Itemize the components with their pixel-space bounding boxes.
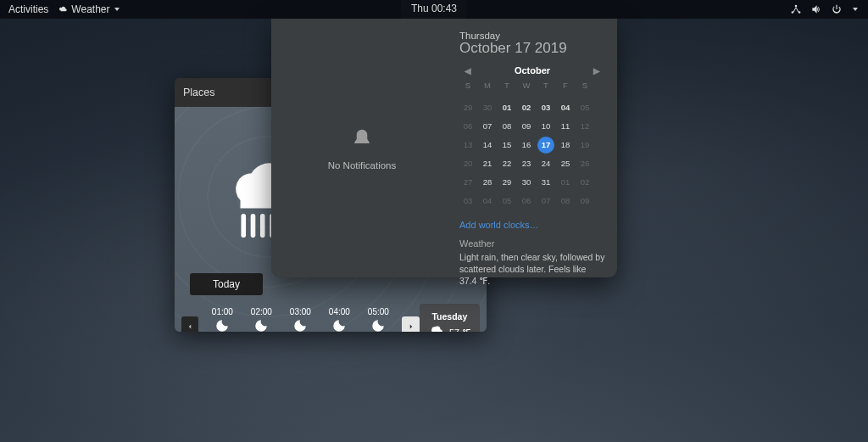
hour-time: 01:00 xyxy=(212,307,233,316)
power-icon[interactable] xyxy=(831,3,843,15)
forecast-temp: 57 ℉ xyxy=(449,327,470,332)
calendar-day[interactable]: 22 xyxy=(498,155,515,172)
hourly-forecast-row: 01:0044 ℉02:0044 ℉03:0043 ℉04:0042 ℉05:0… xyxy=(181,304,480,332)
calendar-panel: Thursday October 17 2019 ◀ October ▶ SMT… xyxy=(453,19,617,277)
calendar-day[interactable]: 07 xyxy=(479,118,496,135)
no-notifications-label: No Notifications xyxy=(328,160,397,171)
calendar-day[interactable]: 26 xyxy=(576,155,593,172)
moon-icon xyxy=(214,318,230,333)
calendar-day[interactable]: 08 xyxy=(557,193,574,210)
calendar-day[interactable]: 30 xyxy=(479,99,496,116)
calendar-day[interactable]: 29 xyxy=(459,99,476,116)
calendar-dow-cell: F xyxy=(557,81,574,98)
add-world-clocks-link[interactable]: Add world clocks… xyxy=(459,220,605,230)
calendar-day[interactable]: 12 xyxy=(576,118,593,135)
notifications-panel: No Notifications xyxy=(271,19,453,277)
calendar-dow-cell: W xyxy=(518,81,535,98)
calendar-day[interactable]: 29 xyxy=(498,174,515,191)
calendar-day[interactable]: 10 xyxy=(537,118,554,135)
calendar-day[interactable]: 08 xyxy=(498,118,515,135)
calendar-day[interactable]: 31 xyxy=(537,174,554,191)
activities-button[interactable]: Activities xyxy=(8,3,48,15)
hourly-next-button[interactable] xyxy=(402,316,419,332)
moon-icon xyxy=(292,318,308,333)
hour-cell: 04:0042 ℉ xyxy=(322,307,356,333)
calendar-day[interactable]: 04 xyxy=(479,193,496,210)
bell-icon xyxy=(349,126,375,160)
clock-popover: No Notifications Thursday October 17 201… xyxy=(271,19,617,277)
calendar-day[interactable]: 06 xyxy=(518,193,535,210)
calendar-day[interactable]: 05 xyxy=(498,193,515,210)
calendar-day[interactable]: 15 xyxy=(498,137,515,154)
calendar-month-label: October xyxy=(515,65,550,76)
forecast-card[interactable]: Tuesday 57 ℉ xyxy=(420,304,480,332)
calendar-day[interactable]: 09 xyxy=(576,193,593,210)
partly-cloudy-icon xyxy=(429,323,446,332)
calendar-next-month[interactable]: ▶ xyxy=(590,66,604,76)
calendar-day[interactable]: 01 xyxy=(557,174,574,191)
weather-summary: Light rain, then clear sky, followed by … xyxy=(459,251,605,288)
network-icon[interactable] xyxy=(790,3,802,15)
chevron-down-icon xyxy=(114,8,120,11)
calendar-day[interactable]: 18 xyxy=(557,137,574,154)
calendar-day[interactable]: 25 xyxy=(557,155,574,172)
calendar-day[interactable]: 01 xyxy=(498,99,515,116)
calendar-day[interactable]: 19 xyxy=(576,137,593,154)
hour-cell: 05:0042 ℉ xyxy=(361,307,395,333)
calendar-prev-month[interactable]: ◀ xyxy=(461,66,475,76)
hour-cell: 02:0044 ℉ xyxy=(244,307,278,333)
today-button[interactable]: Today xyxy=(190,273,263,295)
calendar-day[interactable]: 13 xyxy=(459,137,476,154)
calendar-day[interactable]: 07 xyxy=(537,193,554,210)
top-bar: Activities Weather Thu 00:43 xyxy=(0,0,868,19)
clock-label: Thu 00:43 xyxy=(411,3,457,14)
calendar-date: October 17 2019 xyxy=(459,40,605,57)
system-menu-chevron-icon[interactable] xyxy=(853,8,858,11)
weather-app-icon xyxy=(58,5,68,14)
calendar-dow-cell: S xyxy=(576,81,593,98)
calendar-dow-cell: M xyxy=(479,81,496,98)
calendar-day[interactable]: 20 xyxy=(459,155,476,172)
calendar-grid: SMTWTFS293001020304050607080910111213141… xyxy=(459,81,605,210)
hour-time: 02:00 xyxy=(251,307,272,316)
calendar-day[interactable]: 16 xyxy=(518,137,535,154)
forecast-day: Tuesday xyxy=(431,311,467,322)
app-menu-label: Weather xyxy=(71,3,109,15)
calendar-dow-cell: T xyxy=(537,81,554,98)
hour-time: 03:00 xyxy=(290,307,311,316)
calendar-day[interactable]: 02 xyxy=(576,174,593,191)
hourly-prev-button[interactable] xyxy=(181,316,198,332)
calendar-day[interactable]: 02 xyxy=(518,99,535,116)
moon-icon xyxy=(370,318,386,333)
calendar-dow-cell: S xyxy=(459,81,476,98)
calendar-day[interactable]: 06 xyxy=(459,118,476,135)
calendar-day[interactable]: 03 xyxy=(537,99,554,116)
calendar-day[interactable]: 14 xyxy=(479,137,496,154)
calendar-day[interactable]: 28 xyxy=(479,174,496,191)
hour-cell: 03:0043 ℉ xyxy=(283,307,317,333)
hour-cell: 01:0044 ℉ xyxy=(205,307,239,333)
moon-icon xyxy=(253,318,269,333)
calendar-day[interactable]: 03 xyxy=(459,193,476,210)
moon-icon xyxy=(331,318,347,333)
calendar-day[interactable]: 11 xyxy=(557,118,574,135)
clock-button[interactable]: Thu 00:43 xyxy=(401,0,467,20)
calendar-day[interactable]: 24 xyxy=(537,155,554,172)
calendar-day[interactable]: 23 xyxy=(518,155,535,172)
calendar-day[interactable]: 30 xyxy=(518,174,535,191)
volume-icon[interactable] xyxy=(810,3,822,15)
calendar-day[interactable]: 04 xyxy=(557,99,574,116)
calendar-day[interactable]: 05 xyxy=(576,99,593,116)
calendar-day[interactable]: 27 xyxy=(459,174,476,191)
calendar-day[interactable]: 21 xyxy=(479,155,496,172)
calendar-day-today[interactable]: 17 xyxy=(537,137,554,154)
weather-heading: Weather xyxy=(459,238,605,249)
places-tab[interactable]: Places xyxy=(183,87,215,98)
calendar-day[interactable]: 09 xyxy=(518,118,535,135)
app-menu[interactable]: Weather xyxy=(58,3,120,15)
hour-time: 04:00 xyxy=(329,307,350,316)
hour-time: 05:00 xyxy=(368,307,389,316)
calendar-dow-cell: T xyxy=(498,81,515,98)
